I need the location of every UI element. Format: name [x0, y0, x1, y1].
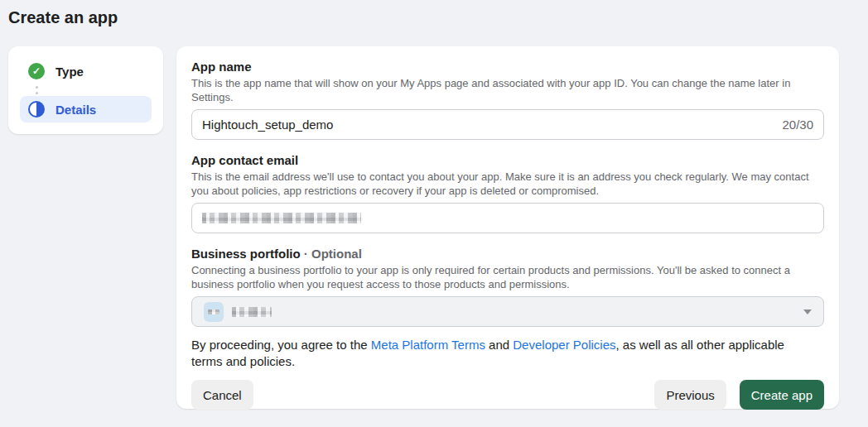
optional-label: · Optional: [304, 247, 362, 261]
app-name-value: Hightouch_setup_demo: [202, 118, 782, 132]
contact-email-help: This is the email address we'll use to c…: [191, 170, 824, 198]
app-name-input[interactable]: Hightouch_setup_demo 20/30: [191, 109, 824, 140]
business-portfolio-select[interactable]: [191, 296, 824, 327]
business-portfolio-label-text: Business portfolio: [191, 247, 301, 261]
business-portfolio-section: Business portfolio · Optional Connecting…: [191, 247, 824, 327]
stepper-card: ✓ Type Details: [8, 46, 163, 134]
business-portfolio-help: Connecting a business portfolio to your …: [191, 263, 824, 291]
terms-text: By proceeding, you agree to the Meta Pla…: [191, 337, 814, 370]
step-type-label: Type: [55, 65, 84, 79]
step-details-label: Details: [55, 103, 96, 117]
redacted-portfolio-name: [232, 307, 272, 317]
redacted-avatar-content: [208, 309, 219, 314]
create-app-form-card: App name This is the app name that will …: [176, 46, 839, 409]
step-type[interactable]: ✓ Type: [20, 58, 152, 84]
contact-email-section: App contact email This is the email addr…: [191, 153, 824, 233]
developer-policies-link[interactable]: Developer Policies: [513, 338, 615, 352]
cancel-button[interactable]: Cancel: [191, 380, 253, 410]
page-title: Create an app: [8, 8, 118, 27]
app-name-help: This is the app name that will show on y…: [191, 76, 824, 104]
form-footer: Cancel Previous Create app: [191, 380, 824, 410]
portfolio-avatar: [204, 302, 224, 322]
meta-platform-terms-link[interactable]: Meta Platform Terms: [371, 338, 485, 352]
terms-prefix: By proceeding, you agree to the: [191, 338, 371, 352]
step-connector-dots: [20, 84, 53, 96]
terms-middle: and: [485, 338, 513, 352]
step-details[interactable]: Details: [20, 96, 152, 122]
previous-button[interactable]: Previous: [654, 380, 726, 410]
contact-email-label: App contact email: [191, 153, 824, 168]
app-name-section: App name This is the app name that will …: [191, 60, 824, 140]
half-filled-circle-icon: [28, 101, 45, 118]
caret-down-icon: [803, 309, 812, 314]
business-portfolio-label: Business portfolio · Optional: [191, 247, 824, 261]
redacted-email-value: [202, 213, 361, 223]
app-name-char-counter: 20/30: [782, 118, 813, 132]
contact-email-input[interactable]: [191, 203, 824, 233]
create-app-button[interactable]: Create app: [740, 380, 824, 410]
app-name-label: App name: [191, 60, 824, 74]
check-circle-icon: ✓: [28, 63, 45, 79]
